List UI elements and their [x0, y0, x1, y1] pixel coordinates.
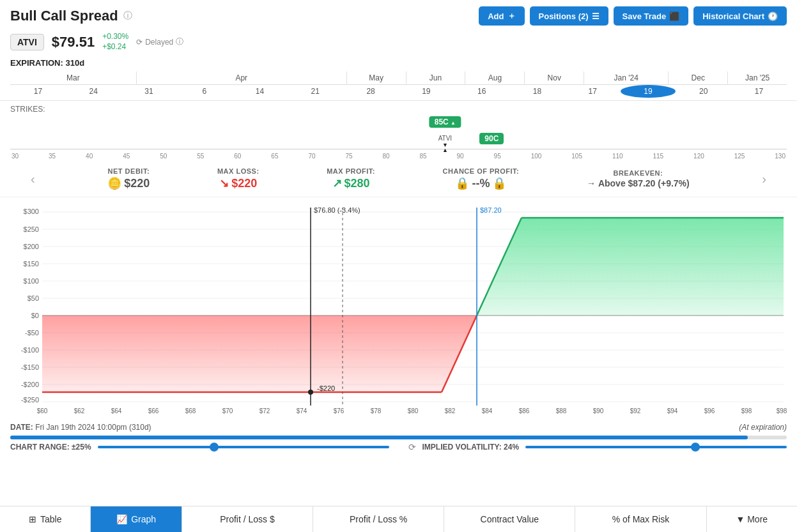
cop-amount: --% — [472, 177, 490, 190]
date-21[interactable]: 21 — [288, 85, 343, 98]
date-value: Fri Jan 19th 2024 10:00pm (310d) — [35, 423, 151, 432]
tab-graph[interactable]: 📈 Graph — [91, 506, 182, 532]
stat-net-debit: NET DEBIT: 🪙 $220 — [107, 167, 150, 190]
save-trade-button[interactable]: Save Trade ⬛ — [614, 6, 689, 26]
svg-text:$90: $90 — [593, 407, 604, 414]
tab-profit-loss[interactable]: Profit / Loss $ — [182, 506, 313, 532]
strike-up-arrow: ▲ — [442, 147, 448, 153]
chart-range-label: CHART RANGE: ±25% — [10, 443, 91, 452]
max-profit-value: ↗ $280 — [327, 176, 375, 190]
stock-price: $79.51 — [52, 34, 95, 50]
svg-text:$78: $78 — [371, 407, 382, 414]
date-18[interactable]: 18 — [509, 85, 565, 98]
month-dec: Dec — [669, 72, 728, 84]
tab-more[interactable]: ▼ More — [707, 506, 797, 532]
tab-profit-loss-pct[interactable]: Profit / Loss % — [313, 506, 444, 532]
ticker-box[interactable]: ATVI — [10, 34, 44, 50]
prev-arrow[interactable]: ‹ — [26, 172, 40, 186]
change-pct: +0.30% — [102, 32, 128, 42]
date-28[interactable]: 28 — [343, 85, 399, 98]
chart-range-slider[interactable] — [98, 446, 389, 448]
scale-70: 70 — [308, 153, 315, 160]
positions-button[interactable]: Positions (2) ☰ — [530, 6, 608, 26]
iv-slider[interactable] — [525, 446, 787, 448]
breakeven-amount: Above $87.20 (+9.7%) — [598, 178, 690, 188]
iv-label: IMPLIED VOLATILITY: 24% — [422, 443, 520, 452]
strikes-section: STRIKES: 30 35 40 45 50 55 60 65 70 75 8… — [0, 101, 797, 161]
date-16[interactable]: 16 — [454, 85, 509, 98]
breakeven-value: → Above $87.20 (+9.7%) — [587, 178, 690, 188]
stat-cop: CHANCE OF PROFIT: 🔒 --% 🔒 — [443, 167, 520, 190]
cop-value: 🔒 --% 🔒 — [443, 176, 520, 190]
tab-table-label: Table — [40, 514, 61, 524]
next-arrow[interactable]: › — [757, 172, 771, 186]
clock-icon: 🕐 — [768, 11, 778, 21]
title-area: Bull Call Spread ⓘ — [10, 8, 132, 24]
loss-label: -$220 — [317, 384, 335, 392]
loss-point — [308, 390, 313, 395]
strike-scale: 30 35 40 45 50 55 60 65 70 75 80 85 90 9… — [10, 153, 787, 160]
save-icon: ⬛ — [669, 11, 679, 21]
coin-icon: 🪙 — [107, 176, 121, 190]
strike-line — [10, 149, 787, 149]
svg-text:$96: $96 — [704, 407, 715, 414]
chart-range-group: CHART RANGE: ±25% — [10, 443, 389, 452]
date-17a[interactable]: 17 — [10, 85, 66, 98]
stat-max-loss: MAX LOSS: ↘ $220 — [217, 167, 259, 190]
timeline-container: Mar Apr May Jun Aug Nov Jan '24 Dec Jan … — [0, 72, 797, 101]
down-arrow-icon: ↘ — [219, 176, 229, 190]
badge-90c[interactable]: 90C — [479, 133, 504, 144]
iv-thumb[interactable] — [691, 443, 700, 452]
chart-range-thumb[interactable] — [210, 443, 219, 452]
date-17c[interactable]: 17 — [731, 85, 787, 98]
graph-icon: 📈 — [116, 514, 127, 524]
scale-75: 75 — [345, 153, 352, 160]
net-debit-amount: $220 — [124, 177, 150, 190]
historical-chart-button[interactable]: Historical Chart 🕐 — [693, 6, 787, 26]
stat-breakeven: BREAKEVEN: → Above $87.20 (+9.7%) — [587, 169, 690, 188]
strikes-label: STRIKES: — [10, 105, 787, 114]
svg-text:$76: $76 — [334, 407, 344, 414]
scale-45: 45 — [123, 153, 130, 160]
date-20[interactable]: 20 — [676, 85, 731, 98]
tab-table[interactable]: ⊞ Table — [0, 506, 91, 532]
expiration-label: EXPIRATION: — [10, 58, 63, 68]
svg-text:$50: $50 — [27, 294, 39, 302]
svg-text:$88: $88 — [556, 407, 567, 414]
date-24[interactable]: 24 — [66, 85, 121, 98]
date-19-selected[interactable]: 19 — [621, 85, 676, 98]
scale-55: 55 — [197, 153, 204, 160]
month-mar: Mar — [10, 72, 137, 84]
badge-90c-container[interactable]: 90C — [479, 133, 504, 144]
profit-loss-chart: $300 $250 $200 $150 $100 $50 $0 -$50 -$1… — [10, 201, 787, 418]
svg-text:-$250: -$250 — [21, 396, 39, 404]
scale-35: 35 — [49, 153, 56, 160]
lock-icon: 🔒 — [455, 176, 469, 190]
svg-text:-$150: -$150 — [21, 363, 39, 371]
iv-refresh-icon[interactable]: ⟳ — [408, 442, 416, 452]
net-debit-value: 🪙 $220 — [107, 176, 150, 190]
tab-contract-value[interactable]: Contract Value — [444, 506, 575, 532]
date-17b[interactable]: 17 — [565, 85, 621, 98]
up-arrow-icon: ↗ — [332, 176, 342, 190]
svg-text:$86: $86 — [519, 407, 530, 414]
header-buttons: Add ＋ Positions (2) ☰ Save Trade ⬛ Histo… — [479, 6, 787, 26]
add-button[interactable]: Add ＋ — [479, 6, 524, 26]
svg-text:$72: $72 — [259, 407, 270, 414]
badge-85c-container[interactable]: 85C ▲ — [429, 116, 461, 128]
svg-text:$0: $0 — [31, 312, 39, 319]
badge-85c[interactable]: 85C ▲ — [429, 116, 461, 128]
date-19a[interactable]: 19 — [398, 85, 454, 98]
svg-text:$66: $66 — [148, 407, 159, 414]
month-nov: Nov — [525, 72, 584, 84]
date-info: DATE: Fri Jan 19th 2024 10:00pm (310d) — [10, 423, 151, 432]
tab-max-risk[interactable]: % of Max Risk — [575, 506, 706, 532]
svg-text:$100: $100 — [24, 277, 39, 285]
progress-bar[interactable] — [10, 436, 787, 439]
info-icon[interactable]: ⓘ — [123, 10, 132, 22]
date-14[interactable]: 14 — [232, 85, 288, 98]
date-31[interactable]: 31 — [121, 85, 177, 98]
strikes-area: 30 35 40 45 50 55 60 65 70 75 80 85 90 9… — [10, 115, 787, 160]
scale-100: 100 — [531, 153, 542, 160]
date-6[interactable]: 6 — [176, 85, 232, 98]
